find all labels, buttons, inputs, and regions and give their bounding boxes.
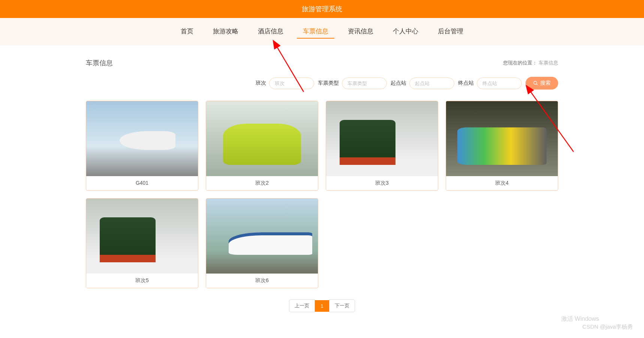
card-image [326, 101, 438, 176]
nav-travel-guide[interactable]: 旅游攻略 [207, 25, 244, 39]
search-field-end: 终点站 [458, 78, 522, 89]
search-button-label: 搜索 [540, 80, 551, 87]
card-label: 班次2 [206, 176, 318, 190]
card-label: G401 [86, 176, 198, 190]
card-label: 班次6 [206, 274, 318, 288]
card-label: 班次5 [86, 274, 198, 288]
search-field-start: 起点站 [391, 78, 454, 89]
ticket-card[interactable]: 班次6 [206, 198, 318, 288]
breadcrumb-row: 车票信息 您现在的位置： 车票信息 [86, 53, 558, 77]
card-label: 班次4 [446, 176, 558, 190]
nav-news-info[interactable]: 资讯信息 [342, 25, 379, 39]
app-title: 旅游管理系统 [302, 5, 342, 13]
content-wrapper: 车票信息 您现在的位置： 车票信息 班次 车票类型 起点站 终点站 搜索 [56, 45, 588, 320]
ticket-card[interactable]: 班次5 [86, 198, 198, 288]
page-next-button[interactable]: 下一页 [329, 299, 355, 312]
ticket-card[interactable]: 班次4 [446, 101, 558, 191]
header-banner: 旅游管理系统 [0, 0, 644, 18]
card-image [446, 101, 558, 176]
pagination: 上一页 1 下一页 [86, 299, 558, 312]
nav-personal[interactable]: 个人中心 [387, 25, 424, 39]
search-input-ticket-type[interactable] [342, 78, 387, 89]
search-label-ticket-type: 车票类型 [318, 80, 339, 87]
card-label: 班次3 [326, 176, 438, 190]
nav-bar: 首页 旅游攻略 酒店信息 车票信息 资讯信息 个人中心 后台管理 [0, 18, 644, 45]
search-icon [533, 81, 538, 86]
page-title: 车票信息 [86, 58, 113, 67]
search-field-ticket-type: 车票类型 [318, 78, 387, 89]
nav-home[interactable]: 首页 [175, 25, 199, 39]
card-image [206, 199, 318, 274]
breadcrumb-current: 车票信息 [539, 60, 558, 66]
search-label-start: 起点站 [391, 80, 406, 87]
search-label-banci: 班次 [256, 80, 266, 87]
ticket-card[interactable]: 班次3 [326, 101, 438, 191]
search-input-start[interactable] [409, 78, 454, 89]
page-number-button[interactable]: 1 [315, 300, 329, 312]
search-field-banci: 班次 [256, 78, 314, 89]
nav-hotel-info[interactable]: 酒店信息 [252, 25, 289, 39]
breadcrumb-prefix: 您现在的位置： [503, 60, 537, 66]
page-prev-button[interactable]: 上一页 [289, 299, 315, 312]
breadcrumb: 您现在的位置： 车票信息 [503, 60, 558, 66]
ticket-card[interactable]: 班次2 [206, 101, 318, 191]
search-input-banci[interactable] [269, 78, 314, 89]
card-image [206, 101, 318, 176]
ticket-card[interactable]: G401 [86, 101, 198, 191]
svg-line-5 [536, 84, 538, 85]
search-input-end[interactable] [477, 78, 522, 89]
nav-admin[interactable]: 后台管理 [432, 25, 469, 39]
svg-point-4 [534, 81, 537, 84]
card-image [86, 101, 198, 176]
cards-grid: G401 班次2 班次3 班次4 班次5 班次6 [86, 101, 558, 288]
nav-ticket-info[interactable]: 车票信息 [297, 25, 334, 39]
card-image [86, 199, 198, 274]
search-button[interactable]: 搜索 [526, 77, 558, 90]
search-row: 班次 车票类型 起点站 终点站 搜索 [86, 77, 558, 90]
search-label-end: 终点站 [458, 80, 474, 87]
